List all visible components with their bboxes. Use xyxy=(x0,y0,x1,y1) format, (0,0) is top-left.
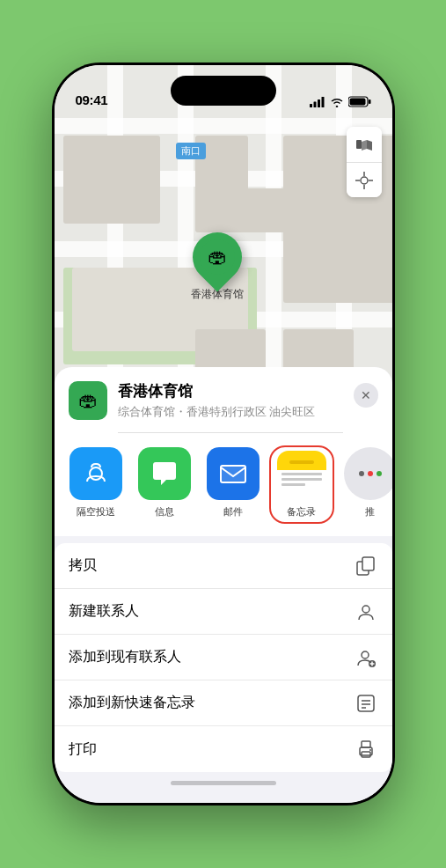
dynamic-island xyxy=(171,76,276,106)
airdrop-icon xyxy=(69,447,122,500)
close-button[interactable]: ✕ xyxy=(354,383,378,408)
svg-rect-1 xyxy=(313,101,316,107)
map-controls xyxy=(347,127,382,197)
action-print[interactable]: 打印 xyxy=(55,726,392,772)
svg-point-21 xyxy=(362,606,369,613)
svg-rect-6 xyxy=(349,99,365,106)
svg-rect-2 xyxy=(318,99,320,107)
share-mail[interactable]: 邮件 xyxy=(202,447,264,522)
action-copy[interactable]: 拷贝 xyxy=(55,543,392,589)
mail-label: 邮件 xyxy=(223,505,243,519)
new-contact-icon xyxy=(354,600,378,624)
svg-rect-31 xyxy=(362,741,370,747)
location-button[interactable] xyxy=(347,162,382,197)
svg-rect-7 xyxy=(356,140,362,149)
share-apps-row: 隔空投送 信息 xyxy=(55,433,392,536)
map-pin: 🏟 香港体育馆 xyxy=(191,232,244,302)
notes-app-icon xyxy=(277,451,326,500)
svg-rect-20 xyxy=(362,557,374,570)
phone-screen: 09:41 xyxy=(55,65,392,803)
add-existing-icon xyxy=(354,645,378,670)
svg-point-33 xyxy=(369,749,371,751)
svg-point-16 xyxy=(359,471,364,476)
svg-rect-32 xyxy=(362,752,370,757)
action-add-existing[interactable]: 添加到现有联系人 xyxy=(55,635,392,680)
battery-icon xyxy=(348,96,371,107)
share-more[interactable]: 推 xyxy=(340,447,392,522)
action-new-contact[interactable]: 新建联系人 xyxy=(55,589,392,635)
home-indicator xyxy=(55,781,392,785)
location-name: 香港体育馆 xyxy=(118,381,343,401)
status-time: 09:41 xyxy=(76,92,108,107)
location-info: 香港体育馆 综合体育馆・香港特别行政区 油尖旺区 xyxy=(118,381,343,433)
add-existing-label: 添加到现有联系人 xyxy=(69,648,181,666)
signal-icon xyxy=(310,97,325,107)
print-label: 打印 xyxy=(69,740,97,759)
more-icon xyxy=(344,447,392,500)
airdrop-label: 隔空投送 xyxy=(77,505,115,519)
svg-point-8 xyxy=(361,177,368,184)
share-messages[interactable]: 信息 xyxy=(134,447,195,522)
actions-list: 拷贝 新建联系人 xyxy=(55,543,392,772)
status-icons xyxy=(310,96,371,107)
location-header: 🏟 香港体育馆 综合体育馆・香港特别行政区 油尖旺区 ✕ xyxy=(55,367,392,433)
location-subtitle: 综合体育馆・香港特别行政区 油尖旺区 xyxy=(118,404,343,420)
mail-icon xyxy=(207,447,260,500)
svg-rect-26 xyxy=(358,695,374,711)
bottom-sheet: 🏟 香港体育馆 综合体育馆・香港特别行政区 油尖旺区 ✕ xyxy=(55,367,392,803)
quick-note-icon xyxy=(354,691,378,716)
messages-icon xyxy=(138,447,191,500)
copy-label: 拷贝 xyxy=(69,556,97,575)
share-notes[interactable]: 备忘录 xyxy=(271,447,333,522)
svg-point-22 xyxy=(362,651,369,658)
svg-point-17 xyxy=(368,471,373,476)
notes-label: 备忘录 xyxy=(287,505,316,519)
svg-rect-5 xyxy=(369,99,371,104)
svg-point-18 xyxy=(377,471,382,476)
phone-frame: 09:41 xyxy=(52,63,395,805)
new-contact-label: 新建联系人 xyxy=(69,602,139,621)
share-airdrop[interactable]: 隔空投送 xyxy=(65,447,127,522)
quick-note-label: 添加到新快速备忘录 xyxy=(69,694,195,712)
map-entry-label: 南口 xyxy=(176,143,206,159)
action-quick-note[interactable]: 添加到新快速备忘录 xyxy=(55,680,392,726)
svg-rect-3 xyxy=(321,97,324,107)
more-label: 推 xyxy=(365,505,375,519)
messages-label: 信息 xyxy=(155,505,174,519)
copy-icon xyxy=(354,554,378,578)
map-type-button[interactable] xyxy=(347,127,382,162)
location-icon: 🏟 xyxy=(69,381,107,420)
wifi-icon xyxy=(330,97,344,107)
svg-point-13 xyxy=(90,467,102,480)
print-icon xyxy=(354,737,378,761)
svg-rect-14 xyxy=(221,466,245,482)
svg-rect-0 xyxy=(310,104,312,107)
